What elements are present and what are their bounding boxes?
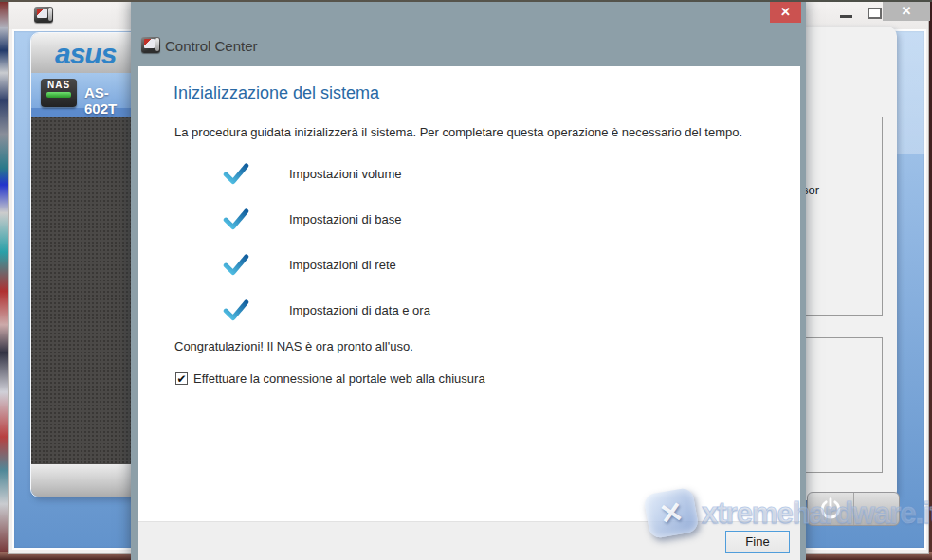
checkbox-row[interactable]: ✔ Effettuare la connessione al portale w…: [175, 371, 485, 386]
device-card-header: asus: [31, 33, 141, 73]
control-center-dialog: Control Center ✕ Inizializzazione del si…: [131, 0, 806, 560]
close-icon[interactable]: ✕: [770, 2, 801, 23]
app-icon: [34, 7, 53, 23]
check-icon: [223, 208, 249, 230]
web-portal-checkbox[interactable]: ✔: [175, 372, 188, 385]
power-button-bar: [807, 492, 900, 526]
nas-icon: NAS: [41, 79, 77, 107]
page-title: Inizializzazione del sistema: [174, 83, 379, 103]
check-icon: [223, 162, 249, 185]
step-label: Impostazioni di data e ora: [289, 303, 430, 317]
step-label: Impostazioni di rete: [289, 258, 396, 272]
nas-device-card[interactable]: asus NAS AS-602T: [30, 32, 142, 497]
step-row: Impostazioni di base: [223, 207, 402, 231]
device-list-row[interactable]: NAS AS-602T: [31, 73, 141, 117]
screen-top-edge: [0, 0, 932, 2]
nas-front-panel-image: [31, 117, 141, 464]
check-icon: [223, 298, 249, 321]
step-row: Impostazioni di rete: [223, 252, 396, 277]
secondary-device-button[interactable]: [853, 493, 900, 525]
close-icon[interactable]: ✕: [883, 1, 930, 21]
wizard-content: Inizializzazione del sistema La procedur…: [138, 66, 800, 521]
intro-text: La procedura guidata inizializzerà il si…: [174, 125, 742, 139]
dialog-title: Control Center: [165, 38, 258, 54]
power-button[interactable]: [808, 493, 853, 525]
step-row: Impostazioni di data e ora: [223, 298, 430, 322]
nas-base-image: [31, 464, 141, 497]
app-icon: [141, 37, 160, 53]
step-row: Impostazioni volume: [223, 161, 402, 186]
minimize-button[interactable]: [836, 5, 857, 22]
wizard-footer: Fine: [138, 521, 800, 560]
power-icon: [818, 497, 843, 521]
congrats-text: Congratulazioni! Il NAS è ora pronto all…: [174, 339, 413, 353]
step-label: Impostazioni volume: [289, 167, 402, 181]
step-label: Impostazioni di base: [289, 212, 402, 226]
checkbox-label: Effettuare la connessione al portale web…: [193, 371, 485, 386]
nas-badge-label: NAS: [41, 79, 77, 91]
finish-button[interactable]: Fine: [725, 531, 790, 553]
asus-logo: asus: [31, 38, 116, 69]
check-icon: [223, 253, 249, 276]
